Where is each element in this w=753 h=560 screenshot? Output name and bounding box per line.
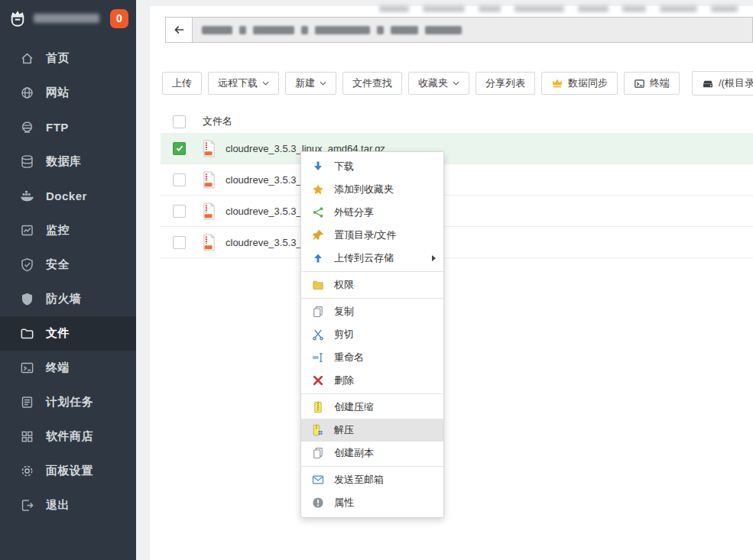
menu-item-label: 重命名 bbox=[334, 351, 364, 364]
row-checkbox[interactable] bbox=[173, 173, 186, 186]
menu-item-extract[interactable]: 解压 bbox=[301, 419, 443, 442]
menu-item-download[interactable]: 下载 bbox=[301, 155, 443, 178]
menu-item-label: 解压 bbox=[334, 423, 354, 437]
redacted-header-row bbox=[379, 4, 738, 13]
sidebar-item-docker[interactable]: Docker bbox=[0, 179, 136, 213]
upload-button[interactable]: 上传 bbox=[162, 72, 202, 95]
notification-badge[interactable]: 0 bbox=[110, 9, 128, 28]
chevron-down-icon bbox=[453, 81, 459, 86]
share-list-button[interactable]: 分享列表 bbox=[475, 72, 535, 95]
sidebar-nav: 首页 网站 FTP 数据库 Docker 监控 安全 防火墙 bbox=[0, 41, 136, 523]
sidebar-item-security[interactable]: 安全 bbox=[0, 248, 136, 282]
upload-cloud-icon bbox=[312, 252, 324, 264]
file-name[interactable]: cloudreve_3.5.3_lin bbox=[226, 206, 312, 217]
rename-icon bbox=[312, 351, 324, 364]
menu-item-label: 创建副本 bbox=[334, 446, 374, 460]
menu-item-label: 剪切 bbox=[334, 328, 354, 342]
back-button[interactable] bbox=[165, 17, 193, 43]
data-sync-button[interactable]: 数据同步 bbox=[541, 72, 618, 95]
row-checkbox[interactable] bbox=[173, 205, 186, 218]
menu-item-cut[interactable]: 剪切 bbox=[301, 323, 443, 346]
menu-item-delete[interactable]: 删除 bbox=[301, 369, 443, 392]
sidebar-item-logout[interactable]: 退出 bbox=[0, 488, 136, 523]
file-search-button[interactable]: 文件查找 bbox=[342, 72, 402, 95]
cut-icon bbox=[312, 329, 324, 341]
sidebar-item-label: 面板设置 bbox=[46, 464, 93, 478]
menu-item-send-mail[interactable]: 发送至邮箱 bbox=[301, 468, 443, 491]
monitor-icon bbox=[20, 223, 34, 238]
menu-item-permissions[interactable]: 权限 bbox=[301, 274, 443, 296]
sidebar-item-appstore[interactable]: 软件商店 bbox=[0, 419, 136, 454]
menu-item-duplicate[interactable]: 创建副本 bbox=[301, 442, 443, 465]
root-directory-button[interactable]: /(根目录) (1... bbox=[692, 71, 753, 95]
file-name[interactable]: cloudreve_3.5.3_lin bbox=[226, 174, 312, 186]
menu-item-label: 下载 bbox=[334, 160, 354, 173]
row-checkbox-checked[interactable] bbox=[173, 142, 186, 155]
menu-item-label: 权限 bbox=[334, 278, 354, 292]
sidebar-item-website[interactable]: 网站 bbox=[0, 76, 136, 110]
table-row[interactable]: cloudreve_3.5.3_linux_amd64.tar.gz bbox=[161, 133, 753, 164]
button-label: 终端 bbox=[650, 76, 670, 90]
sidebar-item-label: Docker bbox=[46, 189, 87, 202]
menu-item-compress[interactable]: 创建压缩 bbox=[301, 396, 443, 419]
logout-icon bbox=[20, 498, 34, 513]
row-checkbox[interactable] bbox=[173, 236, 186, 249]
menu-item-label: 删除 bbox=[334, 374, 354, 387]
path-input[interactable] bbox=[193, 17, 753, 43]
redacted-path-segment bbox=[202, 26, 232, 34]
sidebar-item-cron[interactable]: 计划任务 bbox=[0, 385, 136, 419]
redacted-path-segment bbox=[377, 26, 384, 34]
mail-icon bbox=[312, 474, 324, 486]
submenu-arrow-icon bbox=[432, 255, 436, 261]
sidebar-item-files[interactable]: 文件 bbox=[0, 316, 136, 351]
sidebar-item-terminal[interactable]: 终端 bbox=[0, 351, 136, 385]
table-row[interactable]: cloudreve_3.5.3_lin bbox=[161, 196, 753, 227]
menu-divider bbox=[301, 271, 443, 272]
docker-icon bbox=[20, 189, 34, 203]
table-row[interactable]: cloudreve_3.5.3_lin bbox=[161, 164, 753, 196]
menu-item-properties[interactable]: 属性 bbox=[301, 491, 443, 514]
redacted-path-segment bbox=[301, 26, 308, 34]
sidebar-item-home[interactable]: 首页 bbox=[0, 41, 136, 76]
menu-item-add-favorite[interactable]: 添加到收藏夹 bbox=[301, 178, 443, 201]
menu-item-upload-cloud[interactable]: 上传到云存储 bbox=[301, 247, 443, 270]
terminal-button[interactable]: 终端 bbox=[624, 72, 680, 95]
redacted-path-segment bbox=[391, 26, 418, 34]
menu-item-external-share[interactable]: 外链分享 bbox=[301, 201, 443, 224]
table-row[interactable]: cloudreve_3.5.3_w bbox=[161, 227, 753, 258]
properties-icon bbox=[312, 497, 324, 509]
sidebar-item-label: 防火墙 bbox=[46, 292, 82, 306]
menu-item-pin-top[interactable]: 置顶目录/文件 bbox=[301, 224, 443, 247]
sidebar-item-label: 数据库 bbox=[46, 154, 82, 169]
terminal-icon bbox=[20, 361, 34, 375]
copy-icon bbox=[312, 306, 324, 318]
check-icon bbox=[175, 144, 184, 153]
sidebar-item-monitor[interactable]: 监控 bbox=[0, 213, 136, 248]
new-button[interactable]: 新建 bbox=[285, 72, 336, 95]
sidebar-item-ftp[interactable]: FTP bbox=[0, 110, 136, 144]
firewall-icon bbox=[20, 292, 34, 306]
home-icon bbox=[20, 51, 34, 66]
star-icon bbox=[312, 183, 324, 196]
sidebar-item-database[interactable]: 数据库 bbox=[0, 144, 136, 179]
redacted-path-segment bbox=[239, 26, 246, 34]
file-toolbar: 上传 远程下载 新建 文件查找 收藏夹 分享列表 数据同步 终端 bbox=[162, 71, 741, 95]
duplicate-icon bbox=[312, 447, 324, 459]
select-all-checkbox[interactable] bbox=[173, 115, 186, 128]
sidebar-item-firewall[interactable]: 防火墙 bbox=[0, 282, 136, 316]
arrow-left-icon bbox=[173, 24, 185, 36]
file-name[interactable]: cloudreve_3.5.3_w bbox=[226, 237, 309, 248]
compress-icon bbox=[312, 401, 324, 413]
menu-item-label: 发送至邮箱 bbox=[334, 473, 384, 487]
context-menu: 下载 添加到收藏夹 外链分享 置顶目录/文件 上传到云存储 权限 复制 bbox=[300, 151, 444, 518]
menu-item-copy[interactable]: 复制 bbox=[301, 300, 443, 323]
menu-divider bbox=[301, 466, 443, 467]
favorites-button[interactable]: 收藏夹 bbox=[408, 72, 469, 95]
settings-icon bbox=[20, 464, 34, 478]
sidebar-item-label: FTP bbox=[46, 121, 69, 134]
button-label: 远程下载 bbox=[218, 76, 258, 90]
path-bar bbox=[165, 17, 753, 43]
menu-item-rename[interactable]: 重命名 bbox=[301, 346, 443, 369]
sidebar-item-settings[interactable]: 面板设置 bbox=[0, 454, 136, 488]
remote-download-button[interactable]: 远程下载 bbox=[208, 72, 279, 95]
